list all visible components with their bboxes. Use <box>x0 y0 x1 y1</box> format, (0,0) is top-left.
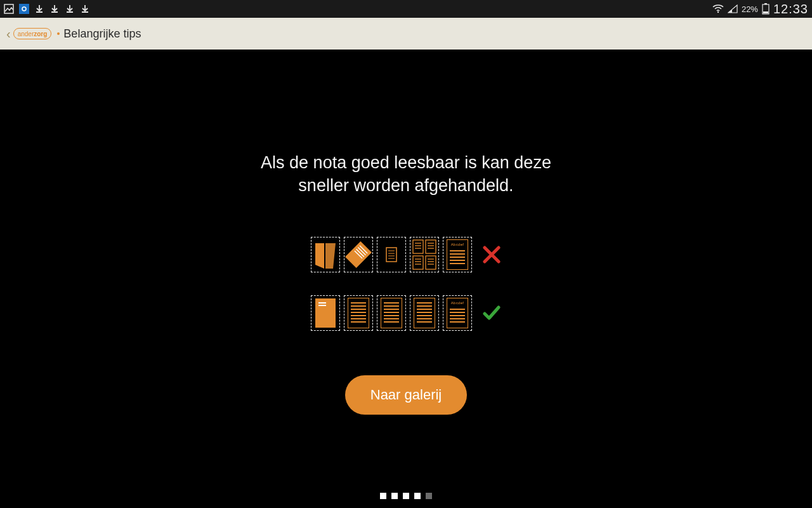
download-icon <box>34 4 44 14</box>
download-icon <box>49 4 60 14</box>
pager-dot[interactable] <box>414 493 421 499</box>
illustration: Abcdef Abcdef <box>311 237 501 331</box>
pager-dot[interactable] <box>403 493 409 499</box>
brand-badge[interactable]: anderzorg <box>13 28 52 39</box>
page-title: Belangrijke tips <box>63 27 141 41</box>
bad-rotated-icon <box>344 237 373 272</box>
svg-rect-1 <box>19 4 29 14</box>
svg-rect-6 <box>763 11 768 13</box>
statusbar-left <box>4 4 90 14</box>
download-icon <box>65 4 75 14</box>
tip-line-1: Als de nota goed leesbaar is kan deze <box>261 153 551 172</box>
good-doc-icon: Abcdef <box>443 295 472 331</box>
bad-doc-header: Abcdef <box>451 243 464 246</box>
download-icon <box>80 4 90 14</box>
check-icon <box>482 304 501 323</box>
content: Als de nota goed leesbaar is kan deze sn… <box>0 50 812 508</box>
svg-rect-20 <box>426 256 436 269</box>
statusbar-right: 22% 12:33 <box>712 2 808 17</box>
good-doc-icon <box>377 295 406 331</box>
svg-rect-12 <box>386 248 396 262</box>
app-icon <box>19 4 29 14</box>
cross-icon <box>482 245 501 264</box>
gallery-button[interactable]: Naar galerij <box>345 375 468 415</box>
back-icon[interactable]: ‹ <box>6 27 11 41</box>
appbar: ‹ anderzorg Belangrijke tips <box>0 18 812 50</box>
good-doc-icon <box>410 295 439 331</box>
pager <box>0 493 812 499</box>
battery-icon <box>762 3 769 15</box>
clock: 12:33 <box>773 2 808 17</box>
brand-dot-icon <box>57 32 60 35</box>
good-doc-icon <box>344 295 373 331</box>
svg-rect-17 <box>413 240 423 253</box>
tip-line-2: sneller worden afgehandeld. <box>298 176 513 195</box>
brand-left: ander <box>18 30 34 37</box>
tip-text: Als de nota goed leesbaar is kan deze sn… <box>261 151 551 197</box>
gallery-icon <box>4 4 14 14</box>
svg-rect-5 <box>764 3 767 4</box>
bad-folded-icon <box>311 237 340 272</box>
good-doc-header: Abcdef <box>451 301 464 305</box>
svg-rect-18 <box>426 240 436 253</box>
bad-small-icon <box>377 237 406 272</box>
pager-dot-current[interactable] <box>426 493 432 499</box>
svg-point-3 <box>717 11 719 13</box>
good-examples-row: Abcdef <box>311 295 501 331</box>
bad-examples-row: Abcdef <box>311 237 501 272</box>
battery-percentage: 22% <box>742 4 758 14</box>
wifi-icon <box>712 4 724 13</box>
signal-icon <box>728 4 738 13</box>
brand-right: zorg <box>34 30 47 37</box>
pager-dot[interactable] <box>380 493 386 499</box>
bad-multi-icon <box>410 237 439 272</box>
bad-blurry-icon: Abcdef <box>443 237 472 272</box>
pager-dot[interactable] <box>391 493 398 499</box>
good-doc-icon <box>311 295 340 331</box>
svg-rect-19 <box>413 256 423 269</box>
statusbar: 22% 12:33 <box>0 0 812 18</box>
